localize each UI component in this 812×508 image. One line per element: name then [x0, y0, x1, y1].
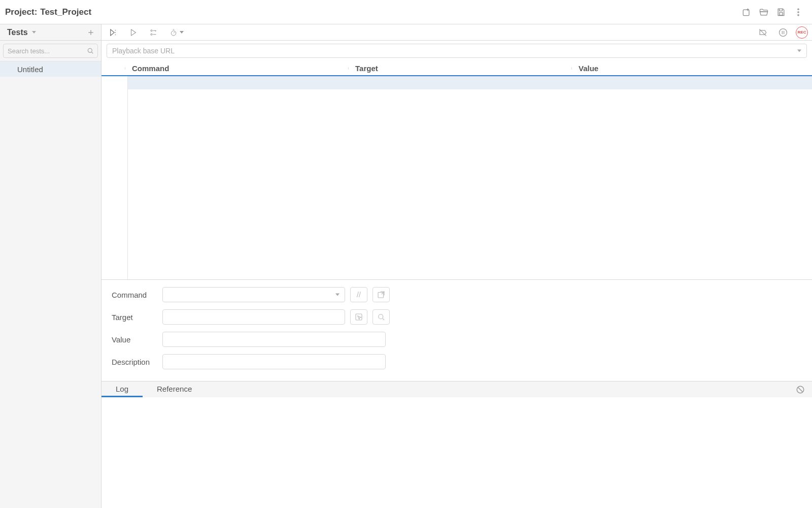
run-all-icon — [109, 28, 118, 37]
svg-point-9 — [151, 34, 152, 35]
svg-rect-0 — [743, 10, 749, 16]
plus-icon — [87, 28, 95, 37]
open-project-button[interactable] — [755, 4, 772, 21]
tab-reference-label: Reference — [157, 385, 192, 393]
add-test-button[interactable] — [85, 26, 97, 39]
run-all-button[interactable] — [106, 26, 121, 39]
column-target[interactable]: Target — [351, 64, 574, 73]
new-project-icon — [741, 7, 752, 17]
grid-row[interactable] — [128, 76, 812, 89]
svg-point-11 — [780, 28, 787, 36]
tests-sidebar: Tests U — [0, 24, 101, 508]
svg-point-8 — [151, 29, 152, 31]
test-item-label: Untitled — [17, 65, 43, 74]
select-target-button[interactable] — [350, 309, 367, 325]
save-project-button[interactable] — [772, 4, 790, 21]
column-command-label: Command — [132, 64, 169, 73]
column-value[interactable]: Value — [574, 64, 812, 73]
save-icon — [776, 7, 786, 17]
pause-circle-icon — [778, 27, 788, 38]
detail-description-label: Description — [112, 358, 157, 366]
open-new-window-button[interactable] — [373, 287, 390, 302]
record-label: REC — [798, 30, 806, 35]
column-value-label: Value — [579, 64, 598, 73]
new-project-button[interactable] — [738, 4, 755, 21]
svg-point-5 — [88, 48, 92, 52]
svg-marker-7 — [131, 29, 136, 36]
tests-dropdown-label: Tests — [7, 28, 28, 37]
search-tests-input[interactable] — [8, 47, 83, 55]
find-target-button[interactable] — [373, 309, 390, 325]
select-target-icon — [354, 312, 363, 322]
svg-marker-6 — [111, 29, 115, 36]
clear-icon — [796, 388, 805, 396]
chevron-down-icon — [335, 294, 340, 296]
grid-header: Command Target Value — [101, 61, 812, 76]
project-label: Project: — [5, 7, 40, 17]
svg-point-3 — [798, 11, 799, 12]
grid-body[interactable] — [101, 76, 812, 279]
record-button[interactable]: REC — [796, 26, 808, 39]
search-icon — [86, 47, 94, 55]
detail-command-select[interactable] — [162, 287, 345, 302]
detail-description-input[interactable] — [162, 354, 386, 369]
tab-log-label: Log — [116, 385, 128, 393]
svg-point-2 — [798, 9, 799, 10]
disable-breakpoints-button[interactable] — [755, 26, 770, 39]
base-url-input[interactable] — [112, 47, 792, 55]
pause-on-exceptions-button[interactable] — [775, 26, 791, 39]
chevron-down-icon[interactable] — [797, 50, 801, 52]
svg-rect-13 — [356, 314, 362, 320]
search-icon — [377, 312, 386, 322]
tests-dropdown[interactable]: Tests — [7, 28, 36, 37]
commands-grid-area: Command Target Value — [101, 61, 812, 279]
detail-value-label: Value — [112, 335, 157, 344]
svg-point-4 — [798, 14, 799, 15]
base-url-field — [107, 44, 807, 58]
disable-breakpoints-icon — [758, 27, 768, 38]
test-item[interactable]: Untitled — [0, 61, 101, 77]
step-over-button[interactable] — [146, 26, 161, 39]
svg-rect-1 — [780, 12, 783, 15]
more-vertical-icon — [793, 7, 803, 17]
main-content: REC Command Target — [101, 24, 812, 508]
open-new-window-icon — [377, 290, 386, 299]
console-body[interactable] — [101, 397, 812, 508]
toggle-comment-button[interactable]: // — [350, 287, 367, 302]
timer-icon — [170, 28, 184, 37]
console-tabs: Log Reference — [101, 381, 812, 397]
project-bar: Project: Test_Project — [0, 0, 812, 24]
tests-list: Untitled — [0, 61, 101, 508]
detail-target-label: Target — [112, 313, 157, 322]
search-tests — [3, 44, 98, 58]
chevron-down-icon — [180, 31, 184, 34]
speed-button[interactable] — [166, 26, 187, 39]
clear-log-button[interactable] — [796, 385, 805, 394]
chevron-down-icon — [32, 31, 36, 34]
svg-point-14 — [379, 314, 383, 319]
detail-command-label: Command — [112, 291, 157, 299]
grid-gutter — [101, 76, 128, 279]
detail-value-input[interactable] — [162, 332, 386, 347]
more-menu-button[interactable] — [790, 4, 807, 21]
column-command[interactable]: Command — [128, 64, 351, 73]
step-over-icon — [149, 28, 158, 37]
project-name: Test_Project — [40, 7, 91, 17]
tab-log[interactable]: Log — [101, 382, 143, 397]
svg-point-10 — [171, 30, 176, 35]
tab-reference[interactable]: Reference — [143, 382, 206, 397]
command-detail-pane: Command // Target — [101, 279, 812, 381]
playback-toolbar: REC — [101, 24, 812, 41]
run-current-button[interactable] — [126, 26, 141, 39]
detail-target-input[interactable] — [162, 309, 345, 325]
comment-icon: // — [357, 291, 361, 299]
folder-open-icon — [759, 7, 769, 17]
play-icon — [129, 28, 138, 37]
column-target-label: Target — [355, 64, 378, 73]
